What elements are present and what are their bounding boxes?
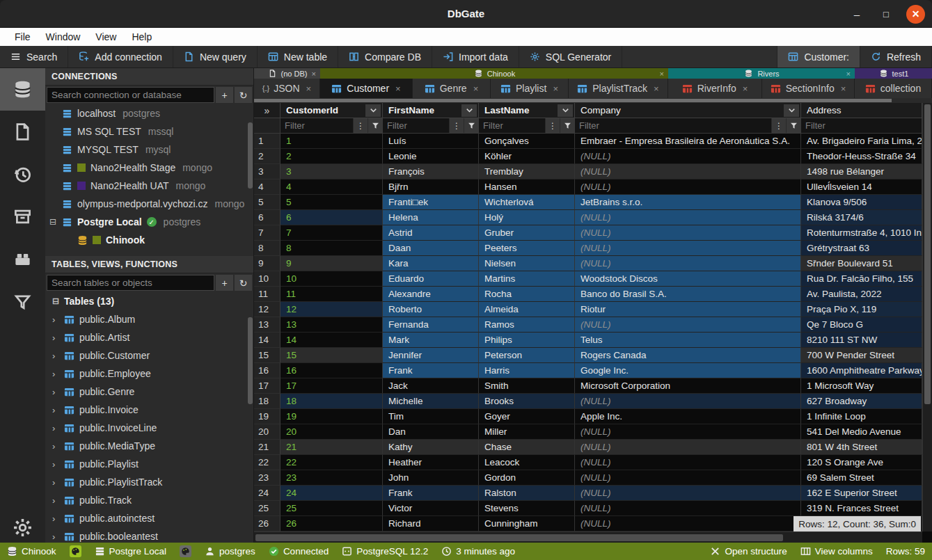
statusbar-3-minutes-ago[interactable]: 3 minutes ago bbox=[441, 546, 515, 557]
cell-lastname[interactable]: Philips bbox=[479, 333, 575, 348]
cell-customerid[interactable]: 16 bbox=[281, 363, 383, 378]
table-item-public-autoinctest[interactable]: ›public.autoinctest bbox=[45, 509, 253, 527]
connection-item-ms-sql-test[interactable]: MS SQL TESTmssql bbox=[45, 122, 253, 141]
cell-customerid[interactable]: 24 bbox=[281, 486, 383, 501]
column-menu-icon[interactable] bbox=[784, 104, 799, 117]
cell-firstname[interactable]: Astrid bbox=[383, 225, 479, 241]
cell-address[interactable]: 801 W 4th Street bbox=[801, 440, 922, 455]
table-item-public-customer[interactable]: ›public.Customer bbox=[45, 346, 253, 365]
cell-company[interactable]: Rogers Canada bbox=[575, 348, 801, 363]
cell-company[interactable]: (NULL) bbox=[575, 486, 801, 501]
row-number[interactable]: 24 bbox=[254, 486, 281, 501]
cell-address[interactable]: 1498 rue Bélanger bbox=[801, 164, 922, 179]
cell-lastname[interactable]: Wichterlová bbox=[479, 195, 575, 210]
cell-customerid[interactable]: 20 bbox=[281, 424, 383, 440]
cell-address[interactable]: Av. Paulista, 2022 bbox=[801, 287, 922, 302]
cell-lastname[interactable]: Gruber bbox=[479, 225, 575, 241]
statusbar-postgres[interactable]: postgres bbox=[205, 546, 255, 557]
tab-json[interactable]: {..}JSON× bbox=[254, 79, 320, 98]
tab-playlist[interactable]: Playlist× bbox=[491, 79, 569, 98]
table-item-public-track[interactable]: ›public.Track bbox=[45, 491, 253, 509]
close-tab-icon[interactable]: × bbox=[841, 83, 846, 94]
cell-company[interactable]: (NULL) bbox=[575, 164, 801, 179]
chevron-right-icon[interactable]: › bbox=[52, 441, 59, 451]
tab-group-chinook[interactable]: Chinook× bbox=[320, 68, 668, 79]
cell-lastname[interactable]: Gordon bbox=[479, 470, 575, 486]
cell-company[interactable]: (NULL) bbox=[575, 455, 801, 470]
rail-item-archive[interactable] bbox=[0, 195, 45, 238]
row-number[interactable]: 13 bbox=[254, 317, 281, 333]
cell-address[interactable]: 627 Broadway bbox=[801, 394, 922, 409]
cell-address[interactable]: Theodor-Heuss-Straße 34 bbox=[801, 149, 922, 164]
filter-menu-icon[interactable]: ⋮ bbox=[545, 118, 560, 133]
close-tab-icon[interactable]: × bbox=[553, 83, 558, 94]
cell-lastname[interactable]: Hansen bbox=[479, 179, 575, 195]
cell-address[interactable]: 69 Salem Street bbox=[801, 470, 922, 486]
cell-company[interactable]: (NULL) bbox=[575, 470, 801, 486]
filter-menu-icon[interactable]: ⋮ bbox=[449, 118, 464, 133]
cell-lastname[interactable]: Ramos bbox=[479, 317, 575, 333]
cell-company[interactable]: (NULL) bbox=[575, 394, 801, 409]
statusbar-open-structure[interactable]: Open structure bbox=[710, 546, 787, 557]
filter-input-company[interactable] bbox=[575, 118, 771, 133]
toolbar-button-search[interactable]: Search bbox=[0, 46, 68, 67]
cell-address[interactable]: Ullevĺlsveien 14 bbox=[801, 179, 922, 195]
cell-customerid[interactable]: 6 bbox=[281, 210, 383, 225]
table-item-public-playlisttrack[interactable]: ›public.PlaylistTrack bbox=[45, 473, 253, 491]
cell-lastname[interactable]: Leacock bbox=[479, 455, 575, 470]
cell-company[interactable]: Riotur bbox=[575, 302, 801, 317]
cell-company[interactable]: (NULL) bbox=[575, 179, 801, 195]
cell-company[interactable]: Woodstock Discos bbox=[575, 271, 801, 287]
table-item-public-album[interactable]: ›public.Album bbox=[45, 310, 253, 328]
cell-address[interactable]: Sřnder Boulevard 51 bbox=[801, 256, 922, 271]
cell-lastname[interactable]: Chase bbox=[479, 440, 575, 455]
cell-customerid[interactable]: 3 bbox=[281, 164, 383, 179]
column-header-company[interactable]: Company bbox=[575, 103, 801, 118]
cell-company[interactable]: (NULL) bbox=[575, 210, 801, 225]
cell-address[interactable]: 1 Microsoft Way bbox=[801, 378, 922, 394]
cell-company[interactable]: (NULL) bbox=[575, 317, 801, 333]
rail-item-plugins[interactable] bbox=[0, 238, 45, 280]
chevron-right-icon[interactable]: › bbox=[52, 333, 59, 343]
cell-customerid[interactable]: 17 bbox=[281, 378, 383, 394]
close-tab-icon[interactable]: × bbox=[395, 83, 401, 94]
row-number[interactable]: 4 bbox=[254, 179, 281, 195]
theme-palette-icon[interactable] bbox=[70, 545, 81, 557]
chevron-right-icon[interactable]: › bbox=[52, 513, 59, 524]
cell-firstname[interactable]: John bbox=[383, 470, 479, 486]
grid-horizontal-scrollbar[interactable] bbox=[254, 531, 922, 543]
cell-company[interactable]: (NULL) bbox=[575, 440, 801, 455]
cell-customerid[interactable]: 2 bbox=[281, 149, 383, 164]
column-header-address[interactable]: Address bbox=[801, 103, 922, 118]
close-group-icon[interactable]: × bbox=[660, 70, 664, 78]
connection-item-olympus-medportal-vychozi-cz[interactable]: olympus-medportal.vychozi.czmongo bbox=[45, 195, 253, 213]
column-header-firstname[interactable]: FirstName bbox=[383, 103, 479, 118]
cell-firstname[interactable]: Luís bbox=[383, 134, 479, 149]
connection-item-mysql-test[interactable]: MYSQL TESTmysql bbox=[45, 141, 253, 159]
grid-vertical-scrollbar[interactable] bbox=[922, 103, 932, 531]
cell-lastname[interactable]: Goyer bbox=[479, 409, 575, 424]
cell-customerid[interactable]: 5 bbox=[281, 195, 383, 210]
row-number[interactable]: 25 bbox=[254, 501, 281, 516]
cell-firstname[interactable]: François bbox=[383, 164, 479, 179]
cell-lastname[interactable]: Tremblay bbox=[479, 164, 575, 179]
cell-address[interactable]: 8210 111 ST NW bbox=[801, 333, 922, 348]
row-number[interactable]: 14 bbox=[254, 333, 281, 348]
cell-address[interactable]: Rua Dr. Falcăo Filho, 155 bbox=[801, 271, 922, 287]
cell-company[interactable]: Embraer - Empresa Brasileira de Aeronáut… bbox=[575, 134, 801, 149]
cell-firstname[interactable]: Mark bbox=[383, 333, 479, 348]
cell-address[interactable]: Rotenturmstraße 4, 1010 Innere Stadt bbox=[801, 225, 922, 241]
cell-firstname[interactable]: Jack bbox=[383, 378, 479, 394]
column-menu-icon[interactable] bbox=[461, 104, 477, 117]
cell-company[interactable]: (NULL) bbox=[575, 149, 801, 164]
cell-customerid[interactable]: 14 bbox=[281, 333, 383, 348]
tab-genre[interactable]: Genre× bbox=[413, 79, 491, 98]
connections-scrollbar[interactable] bbox=[248, 122, 253, 189]
column-menu-icon[interactable] bbox=[558, 104, 573, 117]
cell-customerid[interactable]: 18 bbox=[281, 394, 383, 409]
cell-address[interactable]: 1600 Amphitheatre Parkway bbox=[801, 363, 922, 378]
chevron-right-icon[interactable]: › bbox=[52, 423, 59, 433]
row-number[interactable]: 17 bbox=[254, 378, 281, 394]
cell-firstname[interactable]: Dan bbox=[383, 424, 479, 440]
close-group-icon[interactable]: × bbox=[312, 70, 316, 78]
